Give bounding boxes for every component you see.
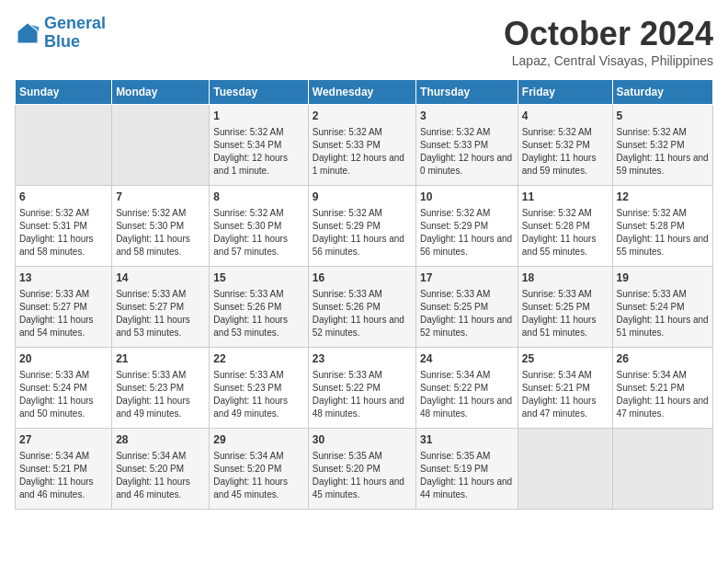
cell-content: Sunrise: 5:33 AMSunset: 5:22 PMDaylight:… xyxy=(313,369,412,420)
calendar-cell: 13Sunrise: 5:33 AMSunset: 5:27 PMDayligh… xyxy=(16,267,112,348)
cell-content: Sunrise: 5:32 AMSunset: 5:29 PMDaylight:… xyxy=(420,207,514,259)
day-number: 27 xyxy=(19,432,108,448)
day-number: 11 xyxy=(522,190,609,205)
calendar-cell: 5Sunrise: 5:32 AMSunset: 5:32 PMDaylight… xyxy=(612,105,712,186)
day-number: 16 xyxy=(313,270,412,286)
cell-content: Sunrise: 5:32 AMSunset: 5:33 PMDaylight:… xyxy=(313,126,412,178)
calendar-cell: 7Sunrise: 5:32 AMSunset: 5:30 PMDaylight… xyxy=(112,186,210,267)
day-number: 29 xyxy=(213,432,303,448)
cell-content: Sunrise: 5:32 AMSunset: 5:28 PMDaylight:… xyxy=(617,207,709,259)
calendar-cell: 2Sunrise: 5:32 AMSunset: 5:33 PMDaylight… xyxy=(308,105,415,186)
calendar-week-row: 27Sunrise: 5:34 AMSunset: 5:21 PMDayligh… xyxy=(16,429,713,510)
day-number: 15 xyxy=(213,270,303,286)
cell-content: Sunrise: 5:32 AMSunset: 5:28 PMDaylight:… xyxy=(522,207,609,259)
calendar-week-row: 20Sunrise: 5:33 AMSunset: 5:24 PMDayligh… xyxy=(16,348,713,429)
cell-content: Sunrise: 5:35 AMSunset: 5:19 PMDaylight:… xyxy=(420,450,514,501)
day-number: 1 xyxy=(213,109,303,124)
weekday-header: Friday xyxy=(518,80,612,105)
calendar-cell: 22Sunrise: 5:33 AMSunset: 5:23 PMDayligh… xyxy=(210,348,308,429)
title-block: October 2024 Lapaz, Central Visayas, Phi… xyxy=(504,15,713,68)
calendar-cell: 24Sunrise: 5:34 AMSunset: 5:22 PMDayligh… xyxy=(416,348,518,429)
cell-content: Sunrise: 5:33 AMSunset: 5:23 PMDaylight:… xyxy=(213,369,303,420)
day-number: 5 xyxy=(617,109,709,124)
cell-content: Sunrise: 5:33 AMSunset: 5:27 PMDaylight:… xyxy=(116,288,205,339)
calendar-week-row: 1Sunrise: 5:32 AMSunset: 5:34 PMDaylight… xyxy=(16,105,713,186)
calendar-cell: 28Sunrise: 5:34 AMSunset: 5:20 PMDayligh… xyxy=(112,429,210,510)
cell-content: Sunrise: 5:34 AMSunset: 5:20 PMDaylight:… xyxy=(213,450,303,501)
calendar-cell: 31Sunrise: 5:35 AMSunset: 5:19 PMDayligh… xyxy=(416,429,518,510)
calendar-cell: 25Sunrise: 5:34 AMSunset: 5:21 PMDayligh… xyxy=(518,348,612,429)
page-header: General Blue October 2024 Lapaz, Central… xyxy=(15,15,713,68)
calendar-cell: 29Sunrise: 5:34 AMSunset: 5:20 PMDayligh… xyxy=(210,429,308,510)
cell-content: Sunrise: 5:33 AMSunset: 5:27 PMDaylight:… xyxy=(19,288,108,339)
weekday-header: Saturday xyxy=(612,80,712,105)
calendar-cell: 16Sunrise: 5:33 AMSunset: 5:26 PMDayligh… xyxy=(308,267,415,348)
calendar-cell: 19Sunrise: 5:33 AMSunset: 5:24 PMDayligh… xyxy=(612,267,712,348)
cell-content: Sunrise: 5:33 AMSunset: 5:26 PMDaylight:… xyxy=(213,288,303,339)
day-number: 24 xyxy=(420,351,514,367)
calendar-cell xyxy=(112,105,210,186)
day-number: 30 xyxy=(313,432,412,448)
day-number: 20 xyxy=(19,351,108,367)
cell-content: Sunrise: 5:33 AMSunset: 5:25 PMDaylight:… xyxy=(522,288,609,339)
calendar-week-row: 6Sunrise: 5:32 AMSunset: 5:31 PMDaylight… xyxy=(16,186,713,267)
logo-icon xyxy=(15,20,40,46)
weekday-header: Thursday xyxy=(416,80,518,105)
day-number: 8 xyxy=(213,190,303,205)
weekday-header: Sunday xyxy=(16,80,112,105)
calendar-week-row: 13Sunrise: 5:33 AMSunset: 5:27 PMDayligh… xyxy=(16,267,713,348)
calendar-header: SundayMondayTuesdayWednesdayThursdayFrid… xyxy=(16,80,713,105)
day-number: 18 xyxy=(522,270,609,286)
cell-content: Sunrise: 5:33 AMSunset: 5:26 PMDaylight:… xyxy=(313,288,412,339)
calendar-cell: 27Sunrise: 5:34 AMSunset: 5:21 PMDayligh… xyxy=(16,429,112,510)
weekday-header: Wednesday xyxy=(308,80,415,105)
cell-content: Sunrise: 5:34 AMSunset: 5:22 PMDaylight:… xyxy=(420,369,514,420)
header-row: SundayMondayTuesdayWednesdayThursdayFrid… xyxy=(16,80,713,105)
day-number: 14 xyxy=(116,270,205,286)
cell-content: Sunrise: 5:34 AMSunset: 5:20 PMDaylight:… xyxy=(116,450,205,501)
calendar-table: SundayMondayTuesdayWednesdayThursdayFrid… xyxy=(15,79,713,510)
day-number: 3 xyxy=(420,109,514,124)
day-number: 31 xyxy=(420,432,514,448)
calendar-cell: 11Sunrise: 5:32 AMSunset: 5:28 PMDayligh… xyxy=(518,186,612,267)
calendar-cell: 12Sunrise: 5:32 AMSunset: 5:28 PMDayligh… xyxy=(612,186,712,267)
cell-content: Sunrise: 5:32 AMSunset: 5:30 PMDaylight:… xyxy=(213,207,303,259)
calendar-cell: 3Sunrise: 5:32 AMSunset: 5:33 PMDaylight… xyxy=(416,105,518,186)
calendar-cell: 20Sunrise: 5:33 AMSunset: 5:24 PMDayligh… xyxy=(16,348,112,429)
cell-content: Sunrise: 5:32 AMSunset: 5:31 PMDaylight:… xyxy=(19,207,108,259)
cell-content: Sunrise: 5:33 AMSunset: 5:23 PMDaylight:… xyxy=(116,369,205,420)
cell-content: Sunrise: 5:34 AMSunset: 5:21 PMDaylight:… xyxy=(19,450,108,501)
day-number: 9 xyxy=(313,190,412,205)
cell-content: Sunrise: 5:35 AMSunset: 5:20 PMDaylight:… xyxy=(313,450,412,501)
calendar-cell xyxy=(612,429,712,510)
cell-content: Sunrise: 5:32 AMSunset: 5:32 PMDaylight:… xyxy=(522,126,609,178)
weekday-header: Tuesday xyxy=(210,80,308,105)
calendar-cell: 8Sunrise: 5:32 AMSunset: 5:30 PMDaylight… xyxy=(210,186,308,267)
day-number: 28 xyxy=(116,432,205,448)
calendar-cell xyxy=(16,105,112,186)
logo: General Blue xyxy=(15,15,106,52)
cell-content: Sunrise: 5:33 AMSunset: 5:25 PMDaylight:… xyxy=(420,288,514,339)
calendar-cell: 9Sunrise: 5:32 AMSunset: 5:29 PMDaylight… xyxy=(308,186,415,267)
location: Lapaz, Central Visayas, Philippines xyxy=(504,53,713,68)
day-number: 7 xyxy=(116,190,205,205)
cell-content: Sunrise: 5:32 AMSunset: 5:34 PMDaylight:… xyxy=(213,126,303,178)
day-number: 23 xyxy=(313,351,412,367)
calendar-cell: 23Sunrise: 5:33 AMSunset: 5:22 PMDayligh… xyxy=(308,348,415,429)
day-number: 17 xyxy=(420,270,514,286)
cell-content: Sunrise: 5:32 AMSunset: 5:30 PMDaylight:… xyxy=(116,207,205,259)
day-number: 4 xyxy=(522,109,609,124)
calendar-cell: 14Sunrise: 5:33 AMSunset: 5:27 PMDayligh… xyxy=(112,267,210,348)
calendar-cell: 15Sunrise: 5:33 AMSunset: 5:26 PMDayligh… xyxy=(210,267,308,348)
logo-text: General Blue xyxy=(44,15,106,52)
day-number: 19 xyxy=(617,270,709,286)
calendar-cell xyxy=(518,429,612,510)
day-number: 2 xyxy=(313,109,412,124)
day-number: 26 xyxy=(617,351,709,367)
calendar-cell: 6Sunrise: 5:32 AMSunset: 5:31 PMDaylight… xyxy=(16,186,112,267)
calendar-cell: 1Sunrise: 5:32 AMSunset: 5:34 PMDaylight… xyxy=(210,105,308,186)
cell-content: Sunrise: 5:33 AMSunset: 5:24 PMDaylight:… xyxy=(19,369,108,420)
weekday-header: Monday xyxy=(112,80,210,105)
month-title: October 2024 xyxy=(504,15,713,53)
day-number: 12 xyxy=(617,190,709,205)
